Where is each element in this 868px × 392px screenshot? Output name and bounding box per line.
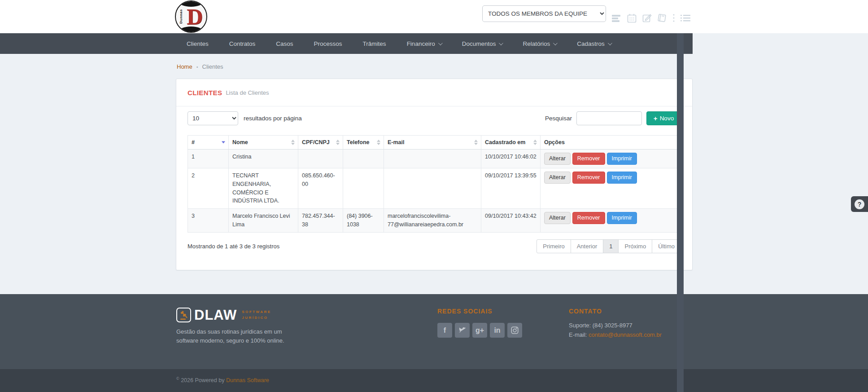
column-header-num[interactable]: #	[188, 136, 229, 150]
column-header-email[interactable]: E-mail	[384, 136, 481, 150]
clients-table: # Nome CPF/CNPJ Telefone E-mail Cadastra…	[188, 135, 681, 233]
new-client-button-label: Novo	[660, 115, 674, 122]
twitter-icon[interactable]	[455, 323, 470, 338]
search-input[interactable]	[576, 111, 642, 125]
cell-num: 2	[188, 168, 229, 209]
page-subtitle: Lista de Clientes	[226, 89, 269, 96]
cell-nome: Marcelo Francisco Levi Lima	[229, 209, 298, 233]
cell-nome: Cristina	[229, 150, 298, 168]
top-header: Dunnas D TODOS OS MEMBROS DA EQUIPE	[0, 0, 868, 33]
sort-icons	[291, 140, 295, 145]
help-button[interactable]: ?	[851, 196, 868, 212]
cell-cadastrado: 09/10/2017 13:39:55	[481, 168, 541, 209]
nav-label: Clientes	[187, 40, 209, 47]
results-summary: Mostrando de 1 até 3 de 3 registros	[188, 243, 279, 250]
nav-item-processos[interactable]: Processos	[304, 33, 353, 54]
contact-title: CONTATO	[569, 308, 662, 315]
dunnas-logo: Dunnas D	[175, 0, 207, 33]
breadcrumb: Home•Clientes	[177, 63, 223, 70]
remover-button[interactable]: Remover	[572, 212, 605, 224]
cell-telefone: (84) 3906-1038	[343, 209, 384, 233]
page-size-label: resultados por página	[244, 115, 302, 122]
alterar-button[interactable]: Alterar	[544, 212, 571, 224]
nav-label: Documentos	[462, 40, 496, 47]
chevron-down-icon	[499, 41, 503, 45]
facebook-icon[interactable]: f	[437, 323, 452, 338]
cell-email	[384, 150, 481, 168]
nav-item-relatorios[interactable]: Relatórios	[512, 33, 567, 54]
remover-button[interactable]: Remover	[572, 153, 605, 165]
linkedin-icon[interactable]: in	[490, 323, 505, 338]
footer-tagline: Gestão das suas rotinas jurídicas em um …	[176, 327, 284, 345]
tasks-icon[interactable]	[611, 13, 621, 22]
email-line: E-mail: contato@dunnassoft.com.br	[569, 330, 662, 340]
cell-email	[384, 168, 481, 209]
nav-item-contratos[interactable]: Contratos	[219, 33, 266, 54]
chevron-down-icon	[553, 41, 558, 45]
cell-email: marcelofranciscolevilima-77@willianareia…	[384, 209, 481, 233]
search-label: Pesquisar	[545, 115, 572, 122]
table-row: 3 Marcelo Francisco Levi Lima 782.457.34…	[188, 209, 681, 233]
main-nav: Clientes Contratos Casos Processos Trâmi…	[0, 33, 693, 54]
pagination-first[interactable]: Primeiro	[537, 239, 571, 253]
pagination-next[interactable]: Próximo	[618, 239, 652, 253]
nav-label: Relatórios	[523, 40, 550, 47]
column-header-cadastrado[interactable]: Cadastrado em	[481, 136, 541, 150]
pagination: Primeiro Anterior 1 Próximo Último	[537, 239, 681, 253]
nav-item-documentos[interactable]: Documentos	[452, 33, 513, 54]
copyright-text: © 2026 Powered by Dunnas Software	[176, 376, 269, 383]
table-row: 2 TECNART ENGENHARIA, COMÉRCIO E INDÚSTR…	[188, 168, 681, 209]
instagram-icon[interactable]	[507, 323, 522, 338]
cell-cadastrado: 09/10/2017 10:43:42	[481, 209, 541, 233]
nav-item-financeiro[interactable]: Financeiro	[397, 33, 452, 54]
page-size-select[interactable]: 10	[188, 111, 238, 125]
plus-icon: +	[654, 115, 658, 122]
nav-label: Casos	[276, 40, 293, 47]
cell-cadastrado: 10/10/2017 10:46:02	[481, 150, 541, 168]
breadcrumb-separator: •	[196, 64, 198, 70]
imprimir-button[interactable]: Imprimir	[607, 153, 637, 165]
nav-item-clientes[interactable]: Clientes	[176, 33, 219, 54]
column-header-nome[interactable]: Nome	[229, 136, 298, 150]
nav-item-cadastros[interactable]: Cadastros	[567, 33, 621, 54]
contact-email-link[interactable]: contato@dunnassoft.com.br	[589, 331, 662, 338]
nav-label: Financeiro	[407, 40, 435, 47]
support-line: Suporte: (84) 3025-8977	[569, 321, 662, 330]
edit-icon[interactable]	[642, 13, 652, 23]
nav-item-tramites[interactable]: Trâmites	[353, 33, 397, 54]
column-header-cpf-cnpj[interactable]: CPF/CNPJ	[298, 136, 343, 150]
logo-d-letter: D	[187, 4, 203, 29]
alterar-button[interactable]: Alterar	[544, 153, 571, 165]
nav-label: Cadastros	[577, 40, 605, 47]
header-icon-toolbar	[611, 12, 690, 24]
column-header-telefone[interactable]: Telefone	[343, 136, 384, 150]
team-member-select[interactable]: TODOS OS MEMBROS DA EQUIPE	[482, 5, 606, 22]
new-client-button[interactable]: + Novo	[646, 111, 681, 125]
nav-item-casos[interactable]: Casos	[266, 33, 303, 54]
logo-brand-text: Dunnas	[179, 8, 183, 26]
remover-button[interactable]: Remover	[572, 172, 605, 184]
cell-cpf	[298, 150, 343, 168]
gavel-icon	[176, 308, 191, 322]
calendar-icon[interactable]	[627, 13, 637, 23]
nav-label: Contratos	[229, 40, 256, 47]
question-mark-icon: ?	[855, 199, 864, 209]
sort-icons	[377, 140, 380, 145]
pagination-previous[interactable]: Anterior	[571, 239, 604, 253]
alterar-button[interactable]: Alterar	[544, 172, 571, 184]
imprimir-button[interactable]: Imprimir	[607, 172, 637, 184]
cell-nome: TECNART ENGENHARIA, COMÉRCIO E INDÚSTRIA…	[229, 168, 298, 209]
scrollbar[interactable]	[677, 33, 684, 392]
pagination-page-1[interactable]: 1	[603, 239, 619, 253]
book-icon[interactable]	[658, 13, 667, 22]
table-controls: 10 resultados por página Pesquisar + Nov…	[188, 111, 681, 125]
list-icon[interactable]	[680, 14, 690, 22]
sort-icons	[533, 140, 537, 145]
page-title: CLIENTES	[188, 89, 222, 97]
table-footer: Mostrando de 1 até 3 de 3 registros Prim…	[188, 239, 681, 253]
dunnas-software-link[interactable]: Dunnas Software	[226, 377, 269, 383]
chevron-down-icon	[608, 41, 612, 45]
google-plus-icon[interactable]: g+	[472, 323, 487, 338]
imprimir-button[interactable]: Imprimir	[607, 212, 637, 224]
breadcrumb-home-link[interactable]: Home	[177, 63, 192, 70]
